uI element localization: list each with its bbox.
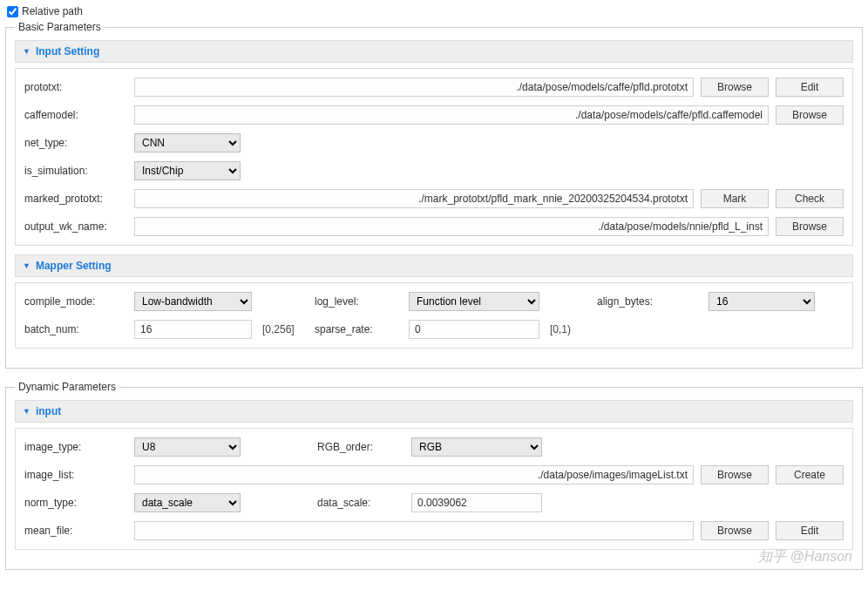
prototxt-edit-button[interactable]: Edit [776,78,844,97]
caffemodel-label: caffemodel: [24,109,127,121]
is-simulation-row: is_simulation: Inst/Chip [24,161,844,180]
input-setting-body: prototxt: Browse Edit caffemodel: Browse… [15,68,853,246]
image-type-label: image_type: [24,441,127,453]
align-bytes-select[interactable]: 16 [709,292,815,311]
image-list-row: image_list: Browse Create [24,465,844,484]
input-setting-header[interactable]: ▼ Input Setting [15,40,853,63]
relative-path-label: Relative path [22,5,83,17]
dynamic-input-title: input [36,405,61,417]
image-list-label: image_list: [24,469,127,481]
collapse-icon: ▼ [23,261,31,270]
net-type-label: net_type: [24,137,127,149]
image-list-input[interactable] [134,465,694,484]
collapse-icon: ▼ [23,47,31,56]
mean-file-browse-button[interactable]: Browse [701,521,769,540]
prototxt-label: prototxt: [24,81,127,93]
log-level-label: log_level: [315,295,402,308]
image-type-row: image_type: U8 RGB_order: RGB [24,437,844,457]
relative-path-row: Relative path [5,5,863,17]
is-simulation-select[interactable]: Inst/Chip [134,161,241,180]
batch-num-label: batch_num: [24,323,127,335]
mapper-setting-body: compile_mode: Low-bandwidth log_level: F… [15,282,853,349]
compile-mode-label: compile_mode: [24,295,127,308]
rgb-order-label: RGB_order: [317,441,404,453]
net-type-select[interactable]: CNN [134,133,241,152]
mean-file-edit-button[interactable]: Edit [776,521,844,540]
data-scale-input[interactable] [411,493,542,512]
relative-path-checkbox[interactable] [7,6,18,17]
batch-num-input[interactable] [134,320,252,339]
mark-button[interactable]: Mark [701,189,769,208]
sparse-rate-hint: [0,1) [550,323,593,335]
dynamic-parameters-legend: Dynamic Parameters [15,381,119,393]
data-scale-label: data_scale: [317,497,404,509]
output-wk-label: output_wk_name: [24,220,127,233]
marked-prototxt-label: marked_prototxt: [24,193,127,205]
dynamic-input-header[interactable]: ▼ input [15,400,853,423]
check-button[interactable]: Check [776,189,844,208]
sparse-rate-label: sparse_rate: [315,323,402,335]
compile-mode-select[interactable]: Low-bandwidth [134,292,252,311]
norm-type-label: norm_type: [24,497,127,509]
prototxt-row: prototxt: Browse Edit [24,78,844,97]
net-type-row: net_type: CNN [24,133,844,152]
basic-parameters-group: Basic Parameters ▼ Input Setting prototx… [5,21,863,369]
align-bytes-label: align_bytes: [597,295,702,308]
is-simulation-label: is_simulation: [24,165,127,177]
output-wk-input[interactable] [134,217,769,236]
rgb-order-select[interactable]: RGB [411,437,542,457]
image-list-create-button[interactable]: Create [776,465,844,484]
norm-type-select[interactable]: data_scale [134,493,241,512]
marked-prototxt-input[interactable] [134,189,694,208]
mapper-setting-header[interactable]: ▼ Mapper Setting [15,254,853,277]
dynamic-input-body: image_type: U8 RGB_order: RGB image_list… [15,428,853,550]
mean-file-input[interactable] [134,521,694,540]
dynamic-parameters-group: Dynamic Parameters ▼ input image_type: U… [5,381,863,570]
norm-type-row: norm_type: data_scale data_scale: [24,493,844,512]
marked-prototxt-row: marked_prototxt: Mark Check [24,189,844,208]
mean-file-label: mean_file: [24,525,127,537]
mapper-setting-title: Mapper Setting [36,260,112,272]
output-wk-browse-button[interactable]: Browse [776,217,844,236]
log-level-select[interactable]: Function level [409,292,539,311]
prototxt-input[interactable] [134,78,694,97]
collapse-icon: ▼ [23,407,31,416]
output-wk-row: output_wk_name: Browse [24,217,844,236]
image-type-select[interactable]: U8 [134,437,241,457]
caffemodel-row: caffemodel: Browse [24,105,844,125]
input-setting-title: Input Setting [36,45,99,58]
prototxt-browse-button[interactable]: Browse [701,78,769,97]
sparse-rate-input[interactable] [409,320,539,339]
caffemodel-input[interactable] [134,105,769,125]
mean-file-row: mean_file: Browse Edit [24,521,844,540]
basic-parameters-legend: Basic Parameters [15,21,105,33]
batch-num-hint: [0,256] [262,323,306,335]
image-list-browse-button[interactable]: Browse [701,465,769,484]
caffemodel-browse-button[interactable]: Browse [776,105,844,125]
